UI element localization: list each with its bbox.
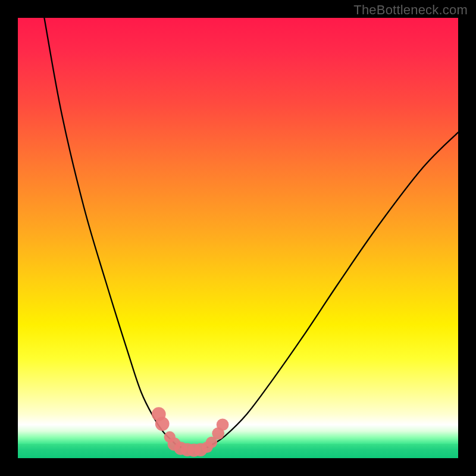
watermark-text: TheBottleneck.com (353, 2, 468, 18)
plot-area (18, 18, 458, 458)
gradient-background (18, 18, 458, 444)
chart-frame: TheBottleneck.com (0, 0, 476, 476)
green-baseline (18, 444, 458, 458)
